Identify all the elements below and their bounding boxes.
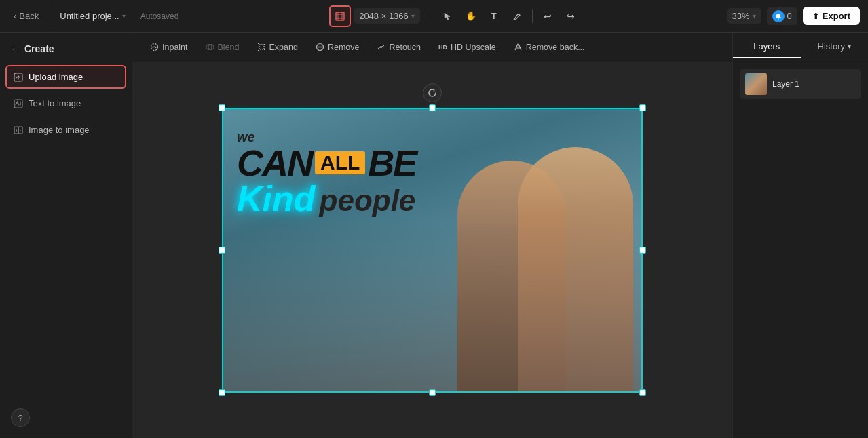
main-area: ← Create Upload image Text to image: [0, 33, 868, 438]
svg-rect-5: [778, 18, 779, 19]
autosaved-label: Autosaved: [135, 9, 185, 24]
topbar-left: ‹ Back Untitled proje... ▾ Autosaved: [8, 8, 184, 24]
select-icon: [443, 12, 453, 21]
layer-item[interactable]: Layer 1: [740, 69, 861, 99]
layers-tab-label: Layers: [753, 41, 780, 52]
zoom-chevron-icon: ▾: [753, 12, 756, 20]
resize-handle-tr[interactable]: [639, 104, 646, 111]
sidebar-header[interactable]: ← Create: [5, 39, 126, 58]
divider: [50, 9, 50, 23]
notification-count: 0: [787, 11, 792, 21]
canvas-image: we CAN ALL BE Kind people: [222, 108, 643, 393]
panel-content: Layer 1: [733, 62, 868, 438]
edit-tools-group: ✋ T ↩ ↪: [437, 5, 582, 27]
topbar: ‹ Back Untitled proje... ▾ Autosaved 204…: [0, 0, 868, 33]
history-tab-label: History: [818, 41, 845, 52]
resize-handle-bl[interactable]: [219, 389, 225, 396]
sidebar: ← Create Upload image Text to image: [0, 33, 132, 438]
resize-handle-mr[interactable]: [639, 247, 646, 254]
sidebar-item-text-to-image[interactable]: Text to image: [5, 92, 126, 115]
refresh-icon: [428, 88, 437, 98]
help-button[interactable]: ?: [11, 408, 30, 427]
blend-icon: [206, 43, 214, 52]
panel-tabs: Layers History ▾: [733, 33, 868, 62]
redo-button[interactable]: ↪: [560, 5, 582, 27]
thumbnail-preview: [745, 73, 767, 95]
right-panel: Layers History ▾ Layer 1: [732, 33, 868, 438]
resize-handle-tl[interactable]: [219, 104, 225, 111]
canvas-image-container: we CAN ALL BE Kind people: [222, 108, 643, 393]
canvas-toolbar: Inpaint Blend Expand: [132, 33, 732, 62]
resize-handle-br[interactable]: [639, 389, 646, 396]
inpaint-button[interactable]: Inpaint: [143, 39, 195, 56]
notification-button[interactable]: 0: [767, 7, 797, 25]
bell-icon: [775, 13, 782, 20]
undo-button[interactable]: ↩: [537, 5, 559, 27]
expand-button[interactable]: Expand: [250, 39, 305, 56]
canvas-viewport[interactable]: we CAN ALL BE Kind people: [132, 62, 732, 438]
remove-back-button[interactable]: Remove back...: [507, 39, 592, 56]
select-tool-button[interactable]: [437, 5, 459, 27]
blend-label: Blend: [218, 43, 240, 52]
retouch-icon: [377, 43, 385, 52]
create-label: Create: [24, 43, 54, 54]
image-text-overlay: we CAN ALL BE Kind people: [237, 130, 440, 216]
history-tab-content: History ▾: [806, 41, 863, 52]
tab-layers[interactable]: Layers: [733, 36, 801, 58]
chevron-down-icon: ▾: [122, 12, 126, 20]
text-line-kind-people: Kind people: [237, 181, 440, 216]
kind-text: Kind: [237, 181, 316, 216]
pen-tool-button[interactable]: [506, 5, 528, 27]
resize-handle-bc[interactable]: [429, 389, 436, 396]
svg-point-18: [380, 46, 382, 48]
people-text: people: [320, 186, 416, 216]
text-to-image-label: Text to image: [29, 98, 81, 108]
zoom-control[interactable]: 33% ▾: [727, 8, 761, 24]
zoom-level-label: 33%: [732, 11, 750, 21]
remove-label: Remove: [328, 43, 360, 52]
remove-button[interactable]: Remove: [309, 39, 366, 56]
hand-tool-button[interactable]: ✋: [460, 5, 482, 27]
history-chevron-icon: ▾: [848, 43, 851, 50]
project-name[interactable]: Untitled proje... ▾: [56, 8, 129, 24]
upload-image-label: Upload image: [29, 72, 83, 82]
export-arrow-icon: ⬆: [812, 12, 819, 21]
blend-button[interactable]: Blend: [199, 39, 246, 56]
sidebar-item-upload-image[interactable]: Upload image: [5, 65, 126, 89]
be-text: BE: [368, 144, 416, 181]
remove-icon: [316, 43, 324, 52]
redo-icon: ↪: [567, 11, 575, 22]
sidebar-item-image-to-image[interactable]: Image to image: [5, 118, 126, 142]
resize-handle-ml[interactable]: [219, 247, 225, 254]
all-text: ALL: [315, 151, 365, 174]
image-background: we CAN ALL BE Kind people: [223, 109, 641, 391]
undo-icon: ↩: [544, 11, 552, 22]
inpaint-icon: [150, 43, 159, 52]
project-name-label: Untitled proje...: [60, 11, 119, 21]
resize-handle-tc[interactable]: [429, 104, 436, 111]
dimensions-chevron-icon: ▾: [411, 12, 415, 20]
export-button[interactable]: ⬆ Export: [803, 7, 860, 25]
notification-icon: [772, 10, 785, 22]
tab-history[interactable]: History ▾: [801, 36, 869, 58]
inpaint-label: Inpaint: [162, 43, 188, 52]
upscale-button[interactable]: HD HD Upscale: [432, 39, 503, 56]
text-tool-button[interactable]: T: [483, 5, 505, 27]
canvas-area: Inpaint Blend Expand: [132, 33, 732, 438]
back-arrow-icon: ←: [11, 43, 20, 54]
can-text: CAN: [237, 144, 312, 181]
back-button[interactable]: ‹ Back: [8, 8, 44, 24]
retouch-label: Retouch: [389, 43, 421, 52]
resize-icon: [335, 11, 345, 22]
remove-back-icon: [514, 43, 523, 52]
dimensions-display[interactable]: 2048 × 1366 ▾: [354, 8, 420, 24]
hand-icon: ✋: [466, 11, 476, 21]
image-to-image-icon: [14, 125, 23, 135]
refresh-button[interactable]: [423, 83, 442, 102]
svg-rect-16: [259, 45, 264, 49]
back-arrow-icon: ‹: [14, 11, 16, 21]
text-line-can-all-be: CAN ALL BE: [237, 144, 440, 181]
retouch-button[interactable]: Retouch: [370, 39, 428, 56]
text-to-image-icon: [14, 99, 23, 108]
resize-tool-button[interactable]: [329, 5, 351, 27]
